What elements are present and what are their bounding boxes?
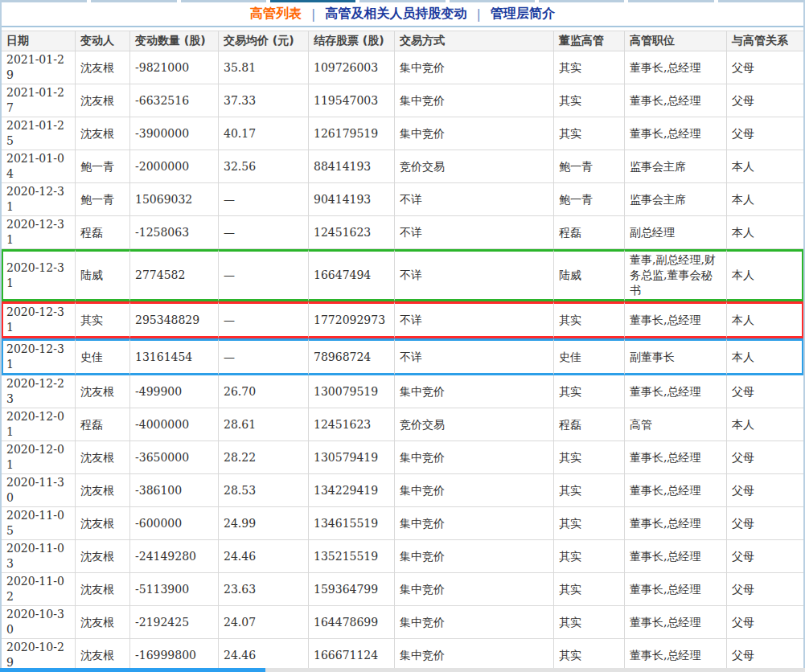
cell-date: 2021-01-04 <box>1 150 76 183</box>
cell-executive: 其实 <box>554 639 625 672</box>
cell-price: 40.17 <box>219 117 309 150</box>
cell-date: 2020-12-31 <box>1 216 76 249</box>
cell-balance: 90414193 <box>309 183 395 216</box>
cell-executive: 其实 <box>554 573 625 606</box>
table-row: 2020-12-01程磊-400000028.6112451623竞价交易程磊高… <box>1 408 804 441</box>
cell-change: -3900000 <box>130 117 219 150</box>
cell-relation: 本人 <box>727 183 804 216</box>
cell-price: 26.70 <box>219 375 309 408</box>
cell-relation: 父母 <box>727 51 804 84</box>
cell-relation: 父母 <box>727 84 804 117</box>
cell-balance: 166671124 <box>309 639 395 672</box>
cell-method: 集中竞价 <box>395 573 554 606</box>
cell-method: 集中竞价 <box>395 540 554 573</box>
browser-tab[interactable] <box>91 0 176 2</box>
cell-person: 沈友根 <box>76 573 130 606</box>
cell-price: 24.99 <box>219 507 309 540</box>
cell-change: -6632516 <box>130 84 219 117</box>
cell-price: — <box>219 338 309 375</box>
cell-position: 副董事长 <box>625 338 727 375</box>
cell-executive: 程磊 <box>554 216 625 249</box>
cell-change: -2192425 <box>130 606 219 639</box>
column-header: 变动数量 (股) <box>130 31 219 51</box>
cell-position: 监事会主席 <box>625 183 727 216</box>
cell-position: 董事长,总经理 <box>625 301 727 338</box>
table-row: 2020-11-30沈友根-38610028.53134229419集中竞价其实… <box>1 474 804 507</box>
browser-tab[interactable] <box>450 0 535 2</box>
cell-price: — <box>219 183 309 216</box>
cell-relation: 本人 <box>727 216 804 249</box>
cell-person: 沈友根 <box>76 117 130 150</box>
cell-change: -600000 <box>130 507 219 540</box>
cell-method: 集中竞价 <box>395 84 554 117</box>
cell-change: 295348829 <box>130 301 219 338</box>
cell-date: 2020-12-31 <box>1 249 76 301</box>
browser-tab[interactable] <box>628 0 713 2</box>
cell-executive: 其实 <box>554 301 625 338</box>
cell-change: 2774582 <box>130 249 219 301</box>
cell-price: — <box>219 301 309 338</box>
cell-relation: 父母 <box>727 573 804 606</box>
horizontal-scrollbar[interactable] <box>0 668 805 672</box>
cell-person: 沈友根 <box>76 540 130 573</box>
cell-date: 2020-12-01 <box>1 441 76 474</box>
table-row: 2020-11-02沈友根-511390023.63159364799集中竞价其… <box>1 573 804 606</box>
cell-price: 28.22 <box>219 441 309 474</box>
column-header: 高管职位 <box>625 31 727 51</box>
cell-relation: 父母 <box>727 606 804 639</box>
column-header: 日期 <box>1 31 76 51</box>
table-row: 2021-01-04鲍一青-200000032.5688414193竞价交易鲍一… <box>1 150 804 183</box>
cell-person: 程磊 <box>76 216 130 249</box>
table-row: 2020-12-23沈友根-49990026.70130079519集中竞价其实… <box>1 375 804 408</box>
cell-person: 鲍一青 <box>76 183 130 216</box>
cell-method: 集中竞价 <box>395 441 554 474</box>
cell-change: -4000000 <box>130 408 219 441</box>
table-container: 日期变动人变动数量 (股)交易均价 (元)结存股票 (股)交易方式董监高管高管职… <box>0 27 805 672</box>
browser-tab[interactable] <box>718 0 803 2</box>
table-row: 2021-01-25沈友根-390000040.17126179519集中竞价其… <box>1 117 804 150</box>
cell-relation: 父母 <box>727 441 804 474</box>
cell-price: — <box>219 249 309 301</box>
cell-position: 监事会主席 <box>625 150 727 183</box>
cell-change: -3650000 <box>130 441 219 474</box>
cell-date: 2020-11-03 <box>1 540 76 573</box>
cell-position: 董事长,总经理 <box>625 606 727 639</box>
cell-position: 董事长,总经理 <box>625 84 727 117</box>
cell-relation: 本人 <box>727 150 804 183</box>
browser-tab-active[interactable] <box>270 0 355 2</box>
tab-management-profile[interactable]: 管理层简介 <box>491 6 555 23</box>
browser-tab[interactable] <box>359 0 445 2</box>
cell-person: 史佳 <box>76 338 130 375</box>
scrollbar-thumb[interactable] <box>0 668 265 672</box>
cell-method: 集中竞价 <box>395 507 554 540</box>
cell-balance: 126179519 <box>309 117 395 150</box>
browser-tab[interactable] <box>181 0 266 2</box>
browser-tab-strip <box>0 0 805 2</box>
tab-executive-list[interactable]: 高管列表 <box>250 6 302 23</box>
table-row: 2020-12-31其实295348829—1772092973不详其实董事长,… <box>1 301 804 338</box>
cell-change: -9821000 <box>130 51 219 84</box>
cell-price: 24.07 <box>219 606 309 639</box>
cell-relation: 父母 <box>727 375 804 408</box>
cell-date: 2021-01-27 <box>1 84 76 117</box>
cell-date: 2020-12-23 <box>1 375 76 408</box>
cell-date: 2020-11-02 <box>1 573 76 606</box>
browser-tab[interactable] <box>539 0 624 2</box>
cell-executive: 鲍一青 <box>554 150 625 183</box>
cell-price: 28.53 <box>219 474 309 507</box>
cell-method: 集中竞价 <box>395 639 554 672</box>
cell-executive: 其实 <box>554 540 625 573</box>
cell-position: 董事长,总经理 <box>625 573 727 606</box>
tab-shareholding-changes[interactable]: 高管及相关人员持股变动 <box>326 6 467 23</box>
cell-position: 董事长,总经理 <box>625 507 727 540</box>
shareholding-table: 日期变动人变动数量 (股)交易均价 (元)结存股票 (股)交易方式董监高管高管职… <box>1 31 804 672</box>
column-header: 交易均价 (元) <box>219 31 309 51</box>
cell-method: 不详 <box>395 338 554 375</box>
header-row: 日期变动人变动数量 (股)交易均价 (元)结存股票 (股)交易方式董监高管高管职… <box>1 31 804 51</box>
cell-date: 2020-11-05 <box>1 507 76 540</box>
browser-tab[interactable] <box>2 0 87 2</box>
table-body: 2021-01-29沈友根-982100035.81109726003集中竞价其… <box>1 51 804 672</box>
table-row: 2020-12-31鲍一青15069032—90414193不详鲍一青监事会主席… <box>1 183 804 216</box>
table-row: 2021-01-29沈友根-982100035.81109726003集中竞价其… <box>1 51 804 84</box>
cell-change: -5113900 <box>130 573 219 606</box>
